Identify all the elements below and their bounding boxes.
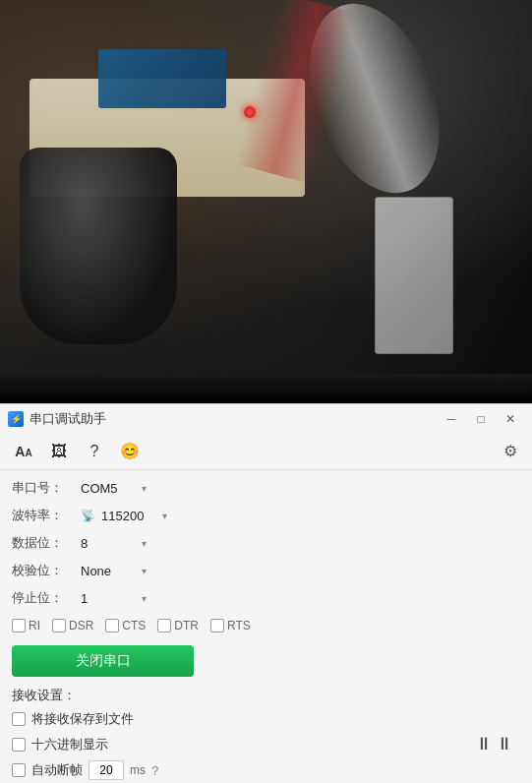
cts-signal: CTS	[105, 619, 146, 632]
port-value: COM5	[81, 481, 140, 496]
dsr-signal: DSR	[52, 619, 93, 632]
receive-section-header: 接收设置：	[0, 683, 532, 706]
stop-bits-label: 停止位：	[12, 589, 81, 607]
data-bits-select[interactable]: 8 ▾	[81, 536, 147, 551]
rts-signal: RTS	[210, 619, 251, 632]
parity-value: None	[81, 564, 140, 578]
parity-arrow: ▾	[142, 566, 147, 576]
minimize-button[interactable]: ─	[438, 408, 465, 430]
stop-bits-arrow: ▾	[142, 593, 147, 604]
gear-icon: ⚙	[503, 443, 517, 459]
rts-checkbox[interactable]	[210, 619, 224, 632]
emoji-button[interactable]: 😊	[114, 438, 146, 465]
titlebar: ⚡ 串口调试助手 ─ □ ✕	[0, 403, 532, 433]
window-controls: ─ □ ✕	[438, 408, 524, 430]
port-select[interactable]: COM5 ▾	[81, 481, 147, 496]
save-to-file-row: 将接收保存到文件	[0, 706, 475, 732]
emoji-icon: 😊	[120, 442, 140, 460]
toolbar: AA 🖼 ? 😊 ⚙	[0, 433, 532, 470]
data-bits-arrow: ▾	[142, 538, 147, 549]
rts-label: RTS	[227, 619, 251, 632]
hex-display-row: 十六进制显示	[0, 732, 475, 757]
signal-row: RI DSR CTS DTR RTS	[0, 612, 532, 639]
hex-display-checkbox[interactable]	[12, 738, 26, 752]
dtr-label: DTR	[174, 619, 199, 632]
maximize-button[interactable]: □	[467, 408, 495, 430]
ri-signal: RI	[12, 619, 40, 632]
hex-pause-icons: ⏸⏸	[475, 706, 532, 754]
ms-unit-label: ms	[130, 763, 146, 777]
autofeed-label: 自动断帧	[31, 761, 83, 779]
save-to-file-label: 将接收保存到文件	[31, 710, 134, 728]
stop-bits-value: 1	[81, 591, 140, 606]
autofeed-input[interactable]	[89, 760, 124, 780]
parity-label: 校验位：	[12, 562, 81, 579]
data-bits-row: 数据位： 8 ▾	[0, 529, 532, 557]
font-button[interactable]: AA	[8, 438, 39, 465]
baud-select[interactable]: 115200 ▾	[101, 509, 167, 523]
gear-button[interactable]: ⚙	[497, 438, 524, 465]
ri-label: RI	[29, 619, 40, 632]
parity-row: 校验位： None ▾	[0, 557, 532, 584]
image-button[interactable]: 🖼	[43, 438, 75, 465]
port-arrow: ▾	[142, 483, 147, 494]
parity-select[interactable]: None ▾	[81, 564, 147, 578]
dsr-checkbox[interactable]	[52, 619, 66, 632]
stop-bits-select[interactable]: 1 ▾	[81, 591, 147, 606]
hardware-photo	[0, 0, 532, 403]
app-icon: ⚡	[8, 411, 24, 427]
close-button[interactable]: ✕	[497, 408, 524, 430]
settings-panel: 串口号： COM5 ▾ 波特率： 📡 115200 ▾ 数据位： 8 ▾ 校验位…	[0, 470, 532, 783]
save-to-file-checkbox[interactable]	[12, 712, 26, 726]
autofeed-help-icon[interactable]: ?	[151, 763, 158, 778]
dtr-signal: DTR	[157, 619, 199, 632]
baud-row: 波特率： 📡 115200 ▾	[0, 502, 532, 529]
ri-checkbox[interactable]	[12, 619, 26, 632]
dsr-label: DSR	[69, 619, 93, 632]
autofeed-checkbox[interactable]	[12, 763, 26, 777]
window-title: 串口调试助手	[30, 410, 438, 428]
cts-label: CTS	[122, 619, 146, 632]
baud-icon: 📡	[81, 509, 95, 522]
baud-arrow: ▾	[162, 511, 167, 521]
stop-bits-row: 停止位： 1 ▾	[0, 584, 532, 612]
help-icon: ?	[90, 443, 99, 460]
port-row: 串口号： COM5 ▾	[0, 474, 532, 502]
font-icon: AA	[15, 444, 31, 459]
port-label: 串口号：	[12, 479, 81, 497]
receive-label: 接收设置：	[12, 688, 76, 702]
close-port-button[interactable]: 关闭串口	[12, 645, 194, 677]
dtr-checkbox[interactable]	[157, 619, 171, 632]
help-button[interactable]: ?	[79, 438, 110, 465]
autofeed-row: 自动断帧 ms ?	[0, 757, 475, 783]
image-icon: 🖼	[51, 443, 67, 460]
data-bits-value: 8	[81, 536, 140, 551]
baud-value: 115200	[101, 509, 160, 523]
hex-display-label: 十六进制显示	[31, 736, 108, 753]
cts-checkbox[interactable]	[105, 619, 119, 632]
receive-section: 接收设置： 将接收保存到文件 十六进制显示 自动断帧	[0, 683, 532, 783]
baud-label: 波特率：	[12, 507, 81, 524]
data-bits-label: 数据位：	[12, 534, 81, 552]
